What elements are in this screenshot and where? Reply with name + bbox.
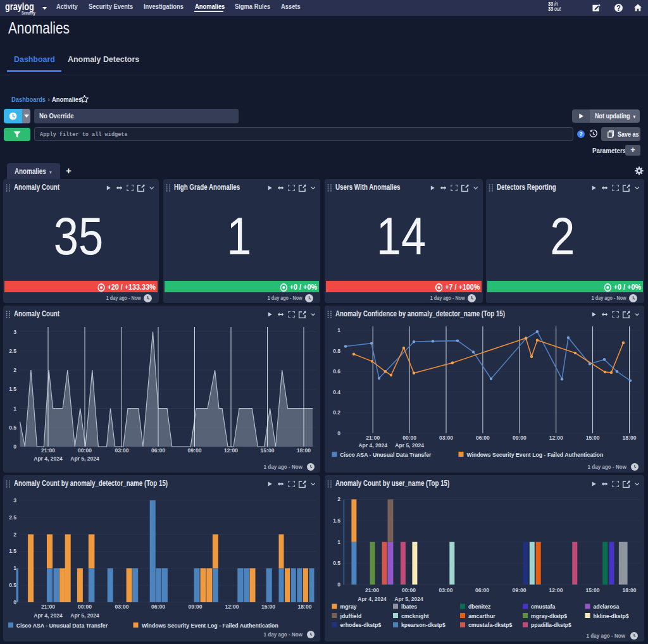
svg-text:15:00: 15:00 [586, 587, 600, 593]
svg-text:1: 1 [337, 327, 340, 333]
svg-text:amcarthur: amcarthur [468, 612, 495, 619]
svg-text:0.5: 0.5 [9, 582, 16, 588]
svg-text:0: 0 [337, 581, 340, 588]
svg-text:12:00: 12:00 [225, 604, 239, 610]
svg-text:00:00: 00:00 [78, 447, 92, 454]
svg-text:lbates: lbates [401, 604, 417, 610]
svg-text:2: 2 [13, 367, 16, 373]
svg-text:1.5: 1.5 [333, 517, 340, 524]
svg-text:1 day ago - Now: 1 day ago - Now [264, 464, 303, 470]
svg-text:3: 3 [13, 328, 16, 335]
svg-text:0.4: 0.4 [333, 389, 340, 395]
svg-text:12:00: 12:00 [549, 435, 563, 441]
svg-text:Apr 5, 2024: Apr 5, 2024 [70, 612, 99, 619]
svg-text:12:00: 12:00 [224, 447, 238, 454]
svg-text:21:00: 21:00 [366, 435, 380, 441]
svg-text:0: 0 [337, 430, 340, 437]
svg-text:09:00: 09:00 [513, 587, 526, 593]
svg-text:Apr 5, 2024: Apr 5, 2024 [394, 596, 423, 602]
svg-text:Windows Security Event Log - F: Windows Security Event Log - Failed Auth… [142, 622, 278, 629]
svg-text:1 day ago - Now: 1 day ago - Now [587, 633, 626, 639]
svg-text:2: 2 [13, 531, 16, 537]
svg-text:Apr 4, 2024: Apr 4, 2024 [34, 455, 63, 462]
svg-text:1: 1 [13, 405, 16, 411]
svg-text:09:00: 09:00 [513, 435, 526, 441]
svg-text:1 day ago - Now: 1 day ago - Now [264, 631, 303, 638]
svg-text:21:00: 21:00 [41, 604, 55, 610]
svg-text:06:00: 06:00 [151, 604, 165, 610]
svg-text:21:00: 21:00 [41, 447, 55, 454]
svg-text:Cisco ASA - Unusual Data Trans: Cisco ASA - Unusual Data Transfer [340, 452, 432, 458]
svg-text:06:00: 06:00 [475, 587, 489, 593]
svg-text:15:00: 15:00 [261, 604, 275, 610]
svg-text:hkline-dkstp$: hkline-dkstp$ [594, 612, 629, 619]
svg-text:03:00: 03:00 [439, 435, 453, 441]
svg-text:0: 0 [13, 443, 16, 450]
svg-text:1: 1 [337, 538, 340, 545]
svg-text:cmustafa-dkstp$: cmustafa-dkstp$ [468, 622, 512, 628]
svg-text:06:00: 06:00 [151, 447, 165, 454]
svg-text:18:00: 18:00 [297, 447, 311, 454]
svg-text:kpearson-dkstp$: kpearson-dkstp$ [401, 622, 446, 628]
svg-text:03:00: 03:00 [115, 604, 129, 610]
svg-text:09:00: 09:00 [189, 604, 202, 610]
svg-text:cmustafa: cmustafa [531, 604, 556, 610]
svg-text:09:00: 09:00 [188, 447, 202, 454]
svg-text:0: 0 [13, 599, 16, 605]
svg-text:0.8: 0.8 [333, 348, 340, 354]
svg-text:0.2: 0.2 [333, 409, 340, 416]
svg-text:12:00: 12:00 [549, 587, 563, 593]
svg-text:cmcknight: cmcknight [401, 612, 429, 619]
svg-text:00:00: 00:00 [402, 435, 416, 441]
svg-text:15:00: 15:00 [586, 435, 600, 441]
svg-text:0.5: 0.5 [333, 560, 340, 566]
svg-text:jduffield: jduffield [340, 612, 362, 619]
svg-text:mgray-dkstp$: mgray-dkstp$ [531, 612, 567, 619]
svg-text:dbenitez: dbenitez [468, 604, 491, 610]
svg-text:18:00: 18:00 [298, 604, 312, 610]
svg-text:mgray: mgray [340, 604, 358, 610]
svg-text:Windows Security Event Log - F: Windows Security Event Log - Failed Auth… [467, 452, 604, 458]
svg-text:18:00: 18:00 [623, 587, 637, 593]
svg-text:Apr 4, 2024: Apr 4, 2024 [34, 612, 63, 619]
svg-text:03:00: 03:00 [115, 447, 129, 454]
svg-text:00:00: 00:00 [78, 604, 92, 610]
svg-text:18:00: 18:00 [623, 435, 637, 441]
svg-text:00:00: 00:00 [402, 587, 416, 593]
svg-text:Cisco ASA - Unusual Data Trans: Cisco ASA - Unusual Data Transfer [16, 622, 108, 629]
svg-text:0.6: 0.6 [333, 368, 340, 375]
svg-text:06:00: 06:00 [476, 435, 490, 441]
svg-text:2.5: 2.5 [9, 514, 16, 521]
svg-text:2.5: 2.5 [9, 348, 16, 354]
svg-text:0.5: 0.5 [9, 424, 16, 431]
svg-text:Apr 4, 2024: Apr 4, 2024 [358, 596, 387, 602]
svg-text:1 day ago - Now: 1 day ago - Now [588, 464, 627, 470]
svg-text:1.5: 1.5 [9, 386, 16, 392]
svg-text:Apr 5, 2024: Apr 5, 2024 [70, 455, 99, 462]
svg-text:3: 3 [13, 497, 16, 504]
svg-text:2: 2 [337, 496, 340, 502]
svg-text:Apr 5, 2024: Apr 5, 2024 [395, 442, 424, 449]
svg-text:15:00: 15:00 [261, 447, 275, 454]
svg-text:03:00: 03:00 [439, 587, 453, 593]
svg-text:erhodes-dkstp$: erhodes-dkstp$ [340, 622, 382, 628]
svg-text:1.5: 1.5 [9, 548, 16, 554]
svg-text:21:00: 21:00 [365, 587, 379, 593]
svg-text:adelarosa: adelarosa [594, 604, 620, 610]
svg-text:1: 1 [13, 565, 16, 571]
svg-text:Apr 4, 2024: Apr 4, 2024 [358, 442, 387, 449]
svg-text:ppadilla-dkstp$: ppadilla-dkstp$ [531, 622, 571, 628]
